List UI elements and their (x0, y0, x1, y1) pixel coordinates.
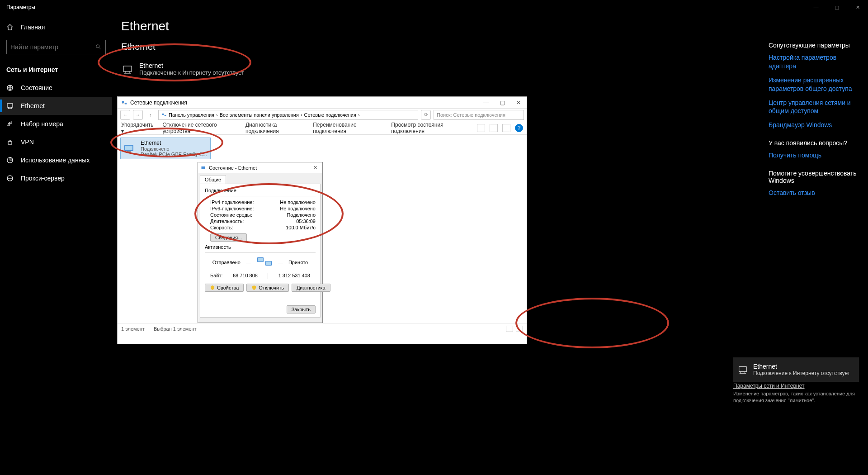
row-key: IPv6-подключение: (210, 206, 254, 211)
tab-general[interactable]: Общие (200, 175, 226, 184)
refresh-button[interactable]: ⟳ (421, 110, 431, 120)
network-flyout[interactable]: Ethernet Подключение к Интернету отсутст… (733, 357, 859, 382)
sidebar-item-ethernet[interactable]: Ethernet (0, 97, 112, 115)
link-advanced-sharing[interactable]: Изменение расширенных параметров общего … (769, 76, 859, 93)
sidebar-item-label: VPN (21, 138, 34, 146)
row-key: Состояние среды: (210, 212, 252, 218)
page-title: Ethernet (121, 19, 859, 33)
tb-disable[interactable]: Отключение сетевого устройства (162, 122, 236, 134)
breadcrumb-part[interactable]: Панель управления (169, 112, 214, 118)
svg-rect-13 (127, 151, 131, 152)
svg-point-0 (96, 45, 99, 48)
close-button[interactable]: ✕ (847, 0, 868, 14)
globe-icon (6, 84, 14, 91)
ethernet-status: Подключение к Интернету отсутствует (139, 69, 244, 76)
svg-rect-7 (122, 101, 124, 103)
nc-close-button[interactable]: ✕ (510, 100, 527, 106)
flyout-footer-text: Изменение параметров, таких как установл… (733, 390, 859, 404)
st-close-x[interactable]: ✕ (311, 165, 320, 171)
st-body: Подключение IPv4-подключение:Не подключе… (200, 184, 321, 318)
connection-section-label: Подключение (205, 188, 316, 193)
nc-maximize-button[interactable]: ▢ (494, 100, 510, 106)
ethernet-connection-item[interactable]: Ethernet Подключение к Интернету отсутст… (121, 59, 859, 84)
ethernet-icon (738, 365, 748, 375)
sidebar-search[interactable] (6, 40, 106, 54)
tb-status[interactable]: Просмотр состояния подключения (391, 122, 468, 134)
nav-up-button[interactable]: ↑ (146, 110, 156, 120)
sidebar-item-datausage[interactable]: Использование данных (0, 151, 112, 169)
sidebar-item-status[interactable]: Состояние (0, 79, 112, 97)
sidebar-item-dialup[interactable]: Набор номера (0, 115, 112, 133)
preview-pane-button[interactable] (502, 124, 510, 132)
tb-rename[interactable]: Переименование подключения (313, 122, 382, 134)
link-network-center[interactable]: Центр управления сетями и общим доступом (769, 99, 859, 116)
diagnose-button[interactable]: Диагностика (292, 284, 330, 292)
row-key: Скорость: (210, 225, 233, 230)
row-key: Длительность: (210, 218, 244, 224)
sidebar-item-label: Набор номера (21, 120, 63, 128)
adapter-device: Realtek PCIe GBE Family C... (141, 152, 207, 157)
minimize-button[interactable]: — (806, 0, 826, 14)
sidebar-item-label: Ethernet (21, 102, 45, 109)
sidebar-home[interactable]: Главная (0, 18, 112, 36)
view-button-2[interactable] (490, 124, 498, 132)
link-firewall[interactable]: Брандмауэр Windows (769, 121, 859, 129)
flyout-footer-title: Параметры сети и Интернет (733, 383, 859, 390)
search-input[interactable] (10, 43, 95, 51)
close-button[interactable]: Закрыть (287, 305, 316, 314)
sidebar-category: Сеть и Интернет (0, 61, 112, 79)
window-titlebar: Параметры — ▢ ✕ (0, 0, 868, 14)
svg-rect-9 (162, 114, 164, 115)
nc-minimize-button[interactable]: — (478, 100, 494, 106)
nc-adapter-item[interactable]: Ethernet Подключено Realtek PCIe GBE Fam… (120, 138, 211, 159)
shield-icon (210, 285, 215, 290)
flyout-name: Ethernet (753, 363, 850, 370)
ethernet-icon (122, 64, 133, 75)
maximize-button[interactable]: ▢ (826, 0, 847, 14)
nav-forward-button[interactable]: → (133, 110, 143, 120)
breadcrumb-part[interactable]: Все элементы панели управления (220, 112, 299, 118)
sidebar-item-label: Использование данных (21, 157, 90, 164)
disable-button[interactable]: Отключить (246, 284, 289, 292)
breadcrumb[interactable]: Панель управления › Все элементы панели … (158, 110, 418, 120)
tb-diagnose[interactable]: Диагностика подключения (245, 122, 304, 134)
sent-label: Отправлено (212, 260, 241, 265)
adapter-name: Ethernet (141, 140, 207, 146)
proxy-icon (6, 175, 14, 182)
sidebar-item-vpn[interactable]: VPN (0, 133, 112, 151)
section-title: Ethernet (121, 42, 859, 52)
svg-rect-14 (202, 166, 205, 169)
sidebar-item-label: Состояние (21, 84, 52, 91)
svg-rect-12 (125, 146, 132, 150)
ethernet-status-dialog: Состояние - Ethernet ✕ Общие Подключение… (198, 162, 323, 323)
tb-organize[interactable]: Упорядочить ▾ (121, 122, 153, 134)
properties-button[interactable]: Свойства (205, 284, 244, 292)
flyout-footer[interactable]: Параметры сети и Интернет Изменение пара… (733, 383, 859, 404)
ethernet-icon (6, 102, 14, 109)
link-get-help[interactable]: Получить помощь (769, 151, 859, 160)
window-title: Параметры (6, 4, 35, 10)
view-button[interactable] (477, 124, 485, 132)
nc-titlebar: Сетевые подключения — ▢ ✕ (118, 97, 527, 109)
status-selected: Выбран 1 элемент (154, 326, 197, 332)
view-details-icon[interactable] (506, 326, 513, 332)
activity-section-label: Активность (205, 244, 316, 250)
link-feedback[interactable]: Оставить отзыв (769, 189, 859, 197)
breadcrumb-part[interactable]: Сетевые подключения (304, 112, 356, 118)
settings-sidebar: Главная Сеть и Интернет Состояние Ethern… (0, 14, 112, 475)
computers-icon (256, 256, 273, 269)
nav-back-button[interactable]: ← (120, 110, 130, 120)
row-val: Не подключено (280, 206, 316, 211)
adapter-icon (201, 165, 206, 171)
st-tabs: Общие (198, 173, 322, 184)
sidebar-item-proxy[interactable]: Прокси-сервер (0, 169, 112, 187)
svg-rect-18 (266, 261, 271, 265)
svg-rect-19 (739, 367, 747, 372)
shield-icon (251, 285, 257, 290)
help-button[interactable]: ? (515, 124, 523, 132)
nc-search[interactable]: Поиск: Сетевые подключения (434, 110, 524, 120)
link-adapter-settings[interactable]: Настройка параметров адаптера (769, 53, 859, 71)
details-button[interactable]: Сведения... (210, 233, 247, 242)
view-large-icon[interactable] (516, 326, 523, 332)
home-icon (6, 24, 14, 31)
